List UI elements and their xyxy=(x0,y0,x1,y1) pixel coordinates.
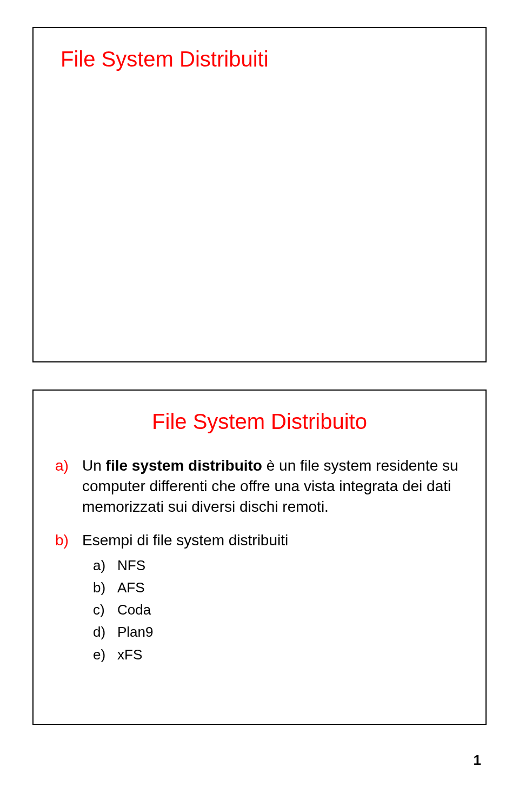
sub-list: a) NFS b) AFS c) Coda d) Plan9 e) xFS xyxy=(93,556,464,664)
slide-2: File System Distribuito a) Un file syste… xyxy=(32,390,487,725)
sub-item: b) AFS xyxy=(93,578,464,597)
page-number: 1 xyxy=(32,752,487,769)
sub-marker: d) xyxy=(93,623,117,642)
slide-2-title: File System Distribuito xyxy=(55,410,464,434)
slide-1-title: File System Distribuiti xyxy=(61,47,464,71)
slide-2-body: a) Un file system distribuito è un file … xyxy=(55,455,464,664)
list-text: Esempi di file system distribuiti xyxy=(82,530,288,551)
sub-text: NFS xyxy=(117,556,145,575)
sub-text: Plan9 xyxy=(117,623,154,642)
sub-marker: e) xyxy=(93,645,117,664)
sub-text: AFS xyxy=(117,578,145,597)
list-item-a: a) Un file system distribuito è un file … xyxy=(55,455,464,517)
sub-marker: b) xyxy=(93,578,117,597)
page: File System Distribuiti File System Dist… xyxy=(0,0,519,780)
sub-marker: c) xyxy=(93,600,117,619)
list-marker: a) xyxy=(55,455,82,476)
list-marker: b) xyxy=(55,530,82,551)
sub-marker: a) xyxy=(93,556,117,575)
list-text: Un file system distribuito è un file sys… xyxy=(82,455,464,517)
sub-text: Coda xyxy=(117,600,151,619)
text-pre: Un xyxy=(82,457,106,474)
sub-item: a) NFS xyxy=(93,556,464,575)
sub-text: xFS xyxy=(117,645,142,664)
sub-item: c) Coda xyxy=(93,600,464,619)
list-item-b: b) Esempi di file system distribuiti xyxy=(55,530,464,551)
slide-1: File System Distribuiti xyxy=(32,27,487,362)
sub-item: d) Plan9 xyxy=(93,623,464,642)
text-bold: file system distribuito xyxy=(106,457,262,474)
sub-item: e) xFS xyxy=(93,645,464,664)
